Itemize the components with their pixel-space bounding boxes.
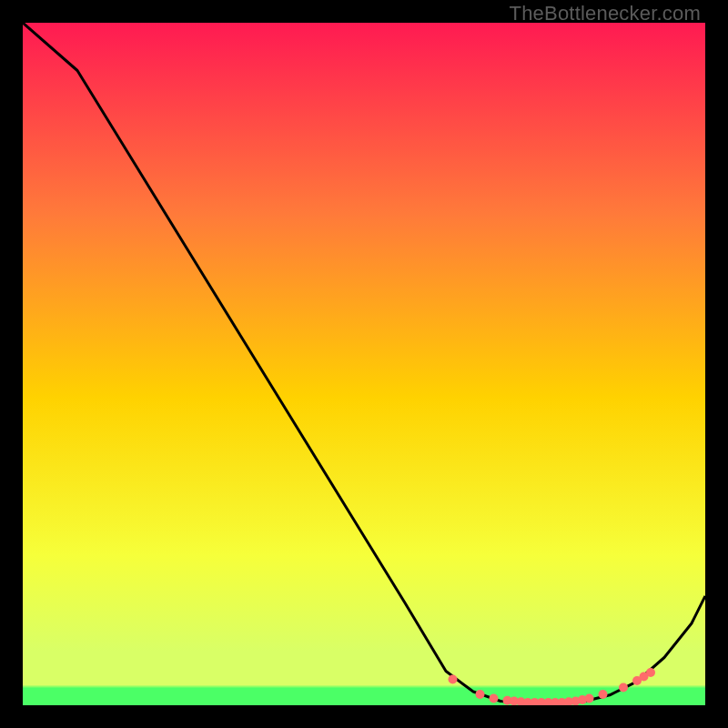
chart-frame (23, 23, 705, 705)
gradient-rect (23, 23, 705, 705)
background-gradient (23, 23, 705, 705)
